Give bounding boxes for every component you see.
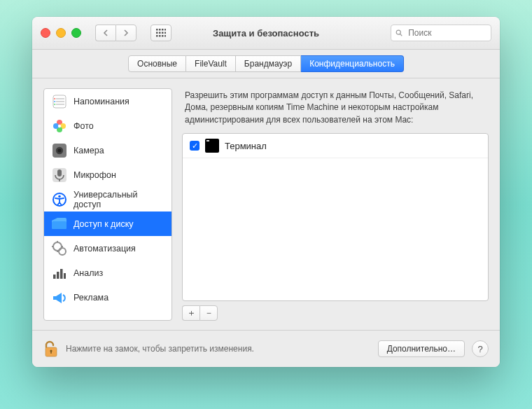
svg-point-19 [54,101,55,102]
tab-2[interactable]: Брандмауэр [236,55,301,72]
svg-point-28 [57,148,61,152]
svg-rect-35 [52,221,66,229]
app-checkbox[interactable]: ✓ [190,141,200,151]
footer: Нажмите на замок, чтобы запретить измене… [32,330,500,367]
sidebar-item-label: Анализ [74,268,103,278]
svg-rect-43 [57,272,59,279]
svg-point-20 [54,104,55,105]
tab-1[interactable]: FileVault [186,55,236,72]
right-pane: Разрешить этим программам доступ к данны… [182,88,489,321]
svg-point-25 [58,124,61,127]
analytics-icon [51,265,68,282]
sidebar-item-label: Микрофон [74,170,116,180]
show-all-button[interactable] [150,25,172,41]
sidebar-item-photos[interactable]: Фото [44,113,172,138]
preferences-window: Защита и безопасность ОсновныеFileVaultБ… [32,17,500,367]
add-button[interactable]: ＋ [182,305,200,321]
tabs-row: ОсновныеFileVaultБрандмауэрКонфиденциаль… [32,50,500,78]
search-icon [396,29,402,37]
chevron-left-icon [103,29,108,36]
advanced-button-label: Дополнительно… [387,344,456,354]
svg-point-36 [53,242,62,251]
tab-0[interactable]: Основные [128,55,186,72]
sidebar-item-accessibility[interactable]: Универсальный доступ [44,187,172,212]
svg-point-12 [396,30,400,34]
app-row[interactable]: ✓Терминал [183,134,488,158]
privacy-description: Разрешить этим программам доступ к данны… [182,88,489,133]
back-button[interactable] [95,25,115,41]
lock-button[interactable] [43,340,59,358]
close-button[interactable] [41,28,50,38]
tab-3[interactable]: Конфиденциальность [301,55,404,72]
sidebar: НапоминанияФотоКамераМикрофонУниверсальн… [43,88,172,321]
svg-rect-3 [164,29,166,31]
zoom-button[interactable] [71,28,81,38]
svg-rect-0 [156,29,158,31]
app-name: Терминал [225,141,267,151]
main-area: НапоминанияФотоКамераМикрофонУниверсальн… [32,78,500,331]
sidebar-item-label: Реклама [74,293,108,303]
search-field[interactable] [391,25,491,41]
titlebar: Защита и безопасность [32,17,500,50]
sidebar-item-label: Автоматизация [74,244,136,254]
sidebar-item-label: Доступ к диску [74,219,134,229]
svg-rect-11 [164,35,166,37]
svg-rect-10 [162,35,164,37]
sidebar-item-label: Универсальный доступ [74,190,164,209]
advanced-button[interactable]: Дополнительно… [378,340,465,357]
sidebar-item-label: Напоминания [74,97,130,106]
svg-rect-48 [50,351,52,354]
lock-hint-text: Нажмите на замок, чтобы запретить измене… [66,344,254,354]
svg-point-18 [54,98,55,99]
nav-segment [95,25,136,41]
svg-rect-9 [159,35,161,37]
sidebar-item-analytics[interactable]: Анализ [44,261,172,285]
terminal-icon [205,139,219,153]
sidebar-item-automation[interactable]: Автоматизация [44,236,172,261]
svg-rect-1 [159,29,161,31]
svg-rect-5 [159,32,161,34]
forward-button[interactable] [115,25,136,41]
svg-rect-42 [53,275,56,279]
app-list: ✓Терминал [182,133,489,301]
sidebar-item-label: Камера [74,146,104,155]
traffic-lights [41,28,81,38]
svg-rect-7 [164,32,166,34]
microphone-icon [51,167,68,183]
svg-point-34 [58,195,61,197]
svg-rect-8 [156,35,158,37]
sidebar-item-reminders[interactable]: Напоминания [44,89,172,113]
svg-rect-6 [162,32,164,34]
camera-icon [51,142,68,159]
automation-icon [51,240,68,257]
advertising-icon [51,289,68,306]
help-button[interactable]: ? [472,340,489,357]
unlocked-lock-icon [43,340,59,358]
svg-point-37 [59,248,66,255]
minimize-button[interactable] [56,28,66,38]
svg-rect-4 [156,32,158,34]
search-input[interactable] [407,27,486,39]
svg-line-13 [400,34,402,36]
chevron-right-icon [123,29,129,36]
tabs: ОсновныеFileVaultБрандмауэрКонфиденциаль… [128,55,404,72]
svg-rect-30 [57,169,62,176]
sidebar-item-disk-access[interactable]: Доступ к диску [44,212,172,236]
sidebar-item-microphone[interactable]: Микрофон [44,162,172,187]
remove-button[interactable]: － [200,305,218,321]
grid-icon [156,29,166,37]
reminders-icon [51,93,68,110]
add-remove-segment: ＋ － [182,305,489,321]
svg-rect-44 [60,269,63,279]
sidebar-item-camera[interactable]: Камера [44,138,172,162]
photos-icon [51,118,68,134]
svg-rect-45 [64,273,66,279]
accessibility-icon [51,191,68,208]
disk-access-icon [51,216,68,233]
sidebar-item-label: Фото [74,121,94,131]
sidebar-item-advertising[interactable]: Реклама [44,285,172,310]
svg-rect-2 [162,29,164,31]
